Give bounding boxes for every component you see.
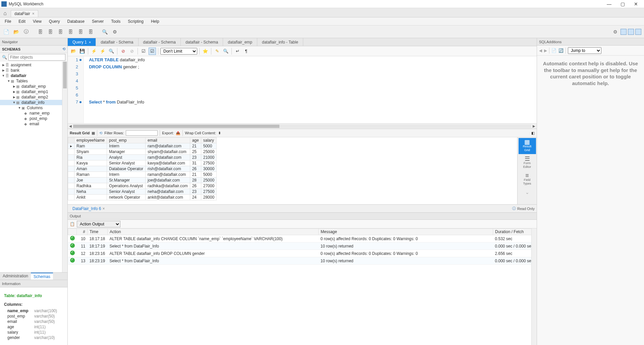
menu-database[interactable]: Database: [64, 18, 88, 25]
back-icon[interactable]: ◀: [539, 48, 542, 53]
table-row[interactable]: AmanDatabase Operatorrish@dataflair.com2…: [68, 166, 217, 172]
layout-bottom-icon[interactable]: [628, 29, 634, 35]
maximize-button[interactable]: ▢: [616, 1, 629, 7]
output-type-select[interactable]: Action Output: [77, 221, 120, 227]
close-button[interactable]: ✕: [629, 1, 643, 7]
settings-icon[interactable]: ⚙: [611, 28, 619, 36]
result-grid-button[interactable]: ▦Result Grid: [519, 138, 536, 154]
filter-rows-input[interactable]: [126, 130, 158, 136]
result-grid[interactable]: employeeNamepost_empemailagesalary ▸RamI…: [68, 137, 517, 204]
filter-input[interactable]: [8, 54, 65, 61]
new-sql-tab-icon[interactable]: 📄: [2, 28, 10, 36]
output-table[interactable]: # Time Action Message Duration / Fetch 1…: [68, 228, 537, 345]
output-row[interactable]: 1318:23:19Select * from DataFlair_Info10…: [68, 257, 537, 265]
jump-to-select[interactable]: Jump to: [568, 47, 601, 54]
table-row[interactable]: RadhikaOperations Analystradhika@datafla…: [68, 183, 217, 189]
commit-icon[interactable]: ☑: [140, 48, 147, 55]
open-file-icon[interactable]: 📂: [70, 48, 77, 55]
grid-icon[interactable]: ▦: [92, 131, 95, 135]
tab-administration[interactable]: Administration: [0, 273, 31, 280]
db-icon-5[interactable]: 🗄: [76, 28, 85, 36]
limit-select[interactable]: Don't Limit: [160, 48, 197, 55]
table-row[interactable]: NehaSenior Analystneha@dataflair.com2327…: [68, 189, 217, 195]
db-icon-1[interactable]: 🗄: [36, 28, 44, 36]
query-tab-3[interactable]: dataflair - Schema: [139, 38, 181, 46]
cancel-icon[interactable]: ⊘: [128, 48, 136, 55]
table-row[interactable]: KavyaSenior Analystkavya@dataflair.com31…: [68, 160, 217, 166]
navigator-panel: Navigator SCHEMAS ⟲ 🔍 ▶🗄assignment ▶🗄ban…: [0, 38, 68, 345]
close-icon[interactable]: ×: [89, 40, 91, 44]
beautify-icon[interactable]: ✎: [213, 48, 221, 55]
db-icon-7[interactable]: 🔍: [101, 28, 109, 36]
tree-scrollbar[interactable]: [62, 62, 67, 272]
query-tab-1[interactable]: Query 1×: [68, 38, 96, 46]
sql-editor[interactable]: 1234567 ALTER TABLE dataflair_info DROP …: [68, 56, 537, 123]
menu-help[interactable]: Help: [148, 18, 163, 25]
menu-tools[interactable]: Tools: [108, 18, 124, 25]
table-row[interactable]: ▸RamInternram@dataflair.com215000: [68, 143, 217, 149]
tab-schemas[interactable]: Schemas: [31, 273, 53, 280]
menu-scripting[interactable]: Scripting: [124, 18, 147, 25]
close-icon[interactable]: ×: [32, 11, 35, 16]
query-tab-5[interactable]: dataflair_emp: [223, 38, 257, 46]
execute-icon[interactable]: ⚡: [90, 48, 98, 55]
query-tab-4[interactable]: dataflair - Schema: [181, 38, 223, 46]
refresh-icon[interactable]: ⟲: [62, 47, 65, 51]
explain-icon[interactable]: 🔍: [108, 48, 115, 55]
wrap-cell-icon[interactable]: ⬍: [218, 131, 221, 135]
menu-view[interactable]: View: [30, 18, 45, 25]
db-icon-2[interactable]: 🗄: [46, 28, 54, 36]
menu-file[interactable]: File: [1, 18, 14, 25]
close-icon[interactable]: ×: [102, 206, 105, 211]
chevron-down-icon[interactable]: ⌄: [525, 190, 529, 195]
save-icon[interactable]: 💾: [78, 48, 86, 55]
field-types-button[interactable]: ≡Field Types: [519, 171, 536, 188]
execute-current-icon[interactable]: ⚡: [99, 48, 106, 55]
db-icon-3[interactable]: 🗄: [56, 28, 64, 36]
query-tab-6[interactable]: dataflair_info - Table: [257, 38, 303, 46]
information-body: Table: dataflair_info Columns: name_empv…: [0, 287, 67, 345]
schema-tree[interactable]: ▶🗄assignment ▶🗄bank ▼🗄dataflair ▼▦Tables…: [0, 62, 67, 272]
menubar: File Edit View Query Database Server Too…: [0, 17, 644, 25]
app-icon: [1, 1, 7, 7]
table-row[interactable]: JoeSr.Managerjoe@dataflair.com2825000: [68, 178, 217, 183]
menu-query[interactable]: Query: [46, 18, 63, 25]
invisible-icon[interactable]: ¶: [243, 48, 250, 55]
table-row[interactable]: Ankitnetwork Operatorankit@dataflair.com…: [68, 195, 217, 200]
forward-icon[interactable]: ▶: [544, 48, 547, 53]
menu-server[interactable]: Server: [89, 18, 107, 25]
minimize-button[interactable]: —: [602, 1, 616, 7]
output-scrollbar[interactable]: [531, 228, 537, 345]
inspector-icon[interactable]: ⓘ: [22, 28, 30, 36]
connection-tab[interactable]: dataFlair ×: [11, 10, 38, 17]
query-tab-2[interactable]: dataflair - Schema: [96, 38, 138, 46]
form-editor-button[interactable]: ☰Form Editor: [519, 155, 536, 171]
export-icon[interactable]: 📤: [176, 131, 180, 135]
refresh-icon[interactable]: ⟲: [99, 131, 102, 135]
db-icon-4[interactable]: 🗄: [66, 28, 74, 36]
db-icon-8[interactable]: ⚙: [111, 28, 119, 36]
result-tab[interactable]: DataFlair_Info 6 ×: [70, 206, 107, 212]
editor-hscrollbar[interactable]: ◀▶: [68, 123, 537, 129]
menu-edit[interactable]: Edit: [15, 18, 29, 25]
panel-toggle-icon[interactable]: ◧: [531, 131, 535, 135]
table-row[interactable]: RamanInternraman@dataflair.com215000: [68, 172, 217, 178]
output-row[interactable]: 1218:23:16ALTER TABLE dataflair_info DRO…: [68, 250, 537, 257]
help-icon-2[interactable]: 🔄: [558, 48, 564, 53]
layout-right-icon[interactable]: [635, 29, 641, 35]
table-row[interactable]: RiaAnalystram@dataflair.com2321000: [68, 155, 217, 160]
db-icon-6[interactable]: 🗄: [87, 28, 95, 36]
output-icon[interactable]: 📋: [70, 222, 75, 226]
layout-left-icon[interactable]: [621, 29, 627, 35]
wrap-icon[interactable]: ↵: [234, 48, 241, 55]
open-sql-icon[interactable]: 📂: [12, 28, 20, 36]
help-icon-1[interactable]: 📄: [551, 48, 556, 53]
star-icon[interactable]: ⭐: [202, 48, 209, 55]
table-row[interactable]: ShyamManagershyam@dataflair.com2525000: [68, 149, 217, 155]
stop-icon[interactable]: ⊘: [119, 48, 127, 55]
home-icon[interactable]: ⌂: [1, 10, 9, 17]
find-icon[interactable]: 🔍: [222, 48, 229, 55]
autocommit-icon[interactable]: ☑: [149, 48, 156, 55]
output-row[interactable]: 1018:17:18ALTER TABLE dataflair_info CHA…: [68, 235, 537, 243]
output-row[interactable]: 1118:17:19Select * from DataFlair_Info10…: [68, 243, 537, 250]
